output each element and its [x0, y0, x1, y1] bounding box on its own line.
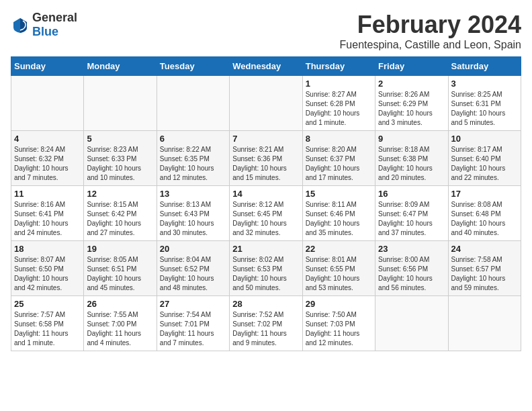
calendar-cell: 9Sunrise: 8:18 AM Sunset: 6:38 PM Daylig…: [375, 131, 448, 186]
day-detail: Sunrise: 8:25 AM Sunset: 6:31 PM Dayligh…: [451, 90, 518, 128]
header-day-wednesday: Wednesday: [230, 57, 302, 76]
logo-icon: [11, 15, 30, 34]
calendar-week-row: 18Sunrise: 8:07 AM Sunset: 6:50 PM Dayli…: [11, 241, 521, 296]
day-detail: Sunrise: 8:18 AM Sunset: 6:38 PM Dayligh…: [378, 145, 445, 183]
day-number: 1: [306, 79, 372, 89]
day-detail: Sunrise: 8:17 AM Sunset: 6:40 PM Dayligh…: [451, 145, 518, 183]
calendar-cell: 22Sunrise: 8:01 AM Sunset: 6:55 PM Dayli…: [302, 241, 375, 296]
calendar-cell: [230, 76, 302, 131]
calendar-cell: [448, 296, 521, 351]
calendar-cell: 14Sunrise: 8:12 AM Sunset: 6:45 PM Dayli…: [230, 186, 302, 241]
calendar-cell: 23Sunrise: 8:00 AM Sunset: 6:56 PM Dayli…: [375, 241, 448, 296]
day-detail: Sunrise: 8:11 AM Sunset: 6:46 PM Dayligh…: [306, 200, 372, 238]
day-detail: Sunrise: 7:58 AM Sunset: 6:57 PM Dayligh…: [451, 255, 518, 293]
day-number: 8: [306, 134, 372, 144]
day-detail: Sunrise: 8:24 AM Sunset: 6:32 PM Dayligh…: [14, 145, 81, 183]
header-day-thursday: Thursday: [302, 57, 375, 76]
day-detail: Sunrise: 8:23 AM Sunset: 6:33 PM Dayligh…: [87, 145, 153, 183]
day-number: 10: [451, 134, 518, 144]
calendar-cell: 15Sunrise: 8:11 AM Sunset: 6:46 PM Dayli…: [302, 186, 375, 241]
day-detail: Sunrise: 8:20 AM Sunset: 6:37 PM Dayligh…: [306, 145, 372, 183]
day-detail: Sunrise: 7:50 AM Sunset: 7:03 PM Dayligh…: [306, 310, 372, 348]
day-number: 19: [87, 244, 153, 254]
calendar-cell: 7Sunrise: 8:21 AM Sunset: 6:36 PM Daylig…: [230, 131, 302, 186]
calendar-cell: 2Sunrise: 8:26 AM Sunset: 6:29 PM Daylig…: [375, 76, 448, 131]
day-number: 29: [306, 299, 372, 309]
day-detail: Sunrise: 8:07 AM Sunset: 6:50 PM Dayligh…: [14, 255, 81, 293]
calendar-cell: 16Sunrise: 8:09 AM Sunset: 6:47 PM Dayli…: [375, 186, 448, 241]
day-number: 7: [232, 134, 299, 144]
day-detail: Sunrise: 8:13 AM Sunset: 6:43 PM Dayligh…: [160, 200, 226, 238]
calendar-cell: [375, 296, 448, 351]
day-detail: Sunrise: 8:08 AM Sunset: 6:48 PM Dayligh…: [451, 200, 518, 238]
day-number: 26: [87, 299, 153, 309]
calendar-cell: 6Sunrise: 8:22 AM Sunset: 6:35 PM Daylig…: [157, 131, 229, 186]
page-header: General Blue February 2024 Fuentespina, …: [11, 11, 521, 51]
day-number: 21: [232, 244, 299, 254]
calendar-title: February 2024: [340, 11, 521, 39]
day-number: 18: [14, 244, 81, 254]
calendar-cell: [11, 76, 84, 131]
calendar-cell: 4Sunrise: 8:24 AM Sunset: 6:32 PM Daylig…: [11, 131, 84, 186]
day-number: 12: [87, 189, 153, 199]
day-detail: Sunrise: 8:12 AM Sunset: 6:45 PM Dayligh…: [232, 200, 299, 238]
calendar-cell: 18Sunrise: 8:07 AM Sunset: 6:50 PM Dayli…: [11, 241, 84, 296]
day-number: 23: [378, 244, 445, 254]
calendar-cell: [84, 76, 157, 131]
day-number: 4: [14, 134, 81, 144]
day-number: 5: [87, 134, 153, 144]
day-number: 28: [232, 299, 299, 309]
calendar-cell: 28Sunrise: 7:52 AM Sunset: 7:02 PM Dayli…: [230, 296, 302, 351]
header-day-friday: Friday: [375, 57, 448, 76]
day-number: 17: [451, 189, 518, 199]
day-detail: Sunrise: 8:09 AM Sunset: 6:47 PM Dayligh…: [378, 200, 445, 238]
calendar-cell: 27Sunrise: 7:54 AM Sunset: 7:01 PM Dayli…: [157, 296, 229, 351]
header-day-tuesday: Tuesday: [157, 57, 229, 76]
calendar-cell: 20Sunrise: 8:04 AM Sunset: 6:52 PM Dayli…: [157, 241, 229, 296]
day-number: 24: [451, 244, 518, 254]
day-detail: Sunrise: 7:57 AM Sunset: 6:58 PM Dayligh…: [14, 310, 81, 348]
header-day-monday: Monday: [84, 57, 157, 76]
calendar-cell: 3Sunrise: 8:25 AM Sunset: 6:31 PM Daylig…: [448, 76, 521, 131]
day-detail: Sunrise: 8:15 AM Sunset: 6:42 PM Dayligh…: [87, 200, 153, 238]
day-detail: Sunrise: 8:26 AM Sunset: 6:29 PM Dayligh…: [378, 90, 445, 128]
calendar-cell: [157, 76, 229, 131]
logo-text: General Blue: [32, 11, 77, 39]
day-detail: Sunrise: 8:16 AM Sunset: 6:41 PM Dayligh…: [14, 200, 81, 238]
day-detail: Sunrise: 8:00 AM Sunset: 6:56 PM Dayligh…: [378, 255, 445, 293]
calendar-cell: 1Sunrise: 8:27 AM Sunset: 6:28 PM Daylig…: [302, 76, 375, 131]
day-number: 2: [378, 79, 445, 89]
day-number: 6: [160, 134, 226, 144]
calendar-cell: 5Sunrise: 8:23 AM Sunset: 6:33 PM Daylig…: [84, 131, 157, 186]
day-detail: Sunrise: 7:55 AM Sunset: 7:00 PM Dayligh…: [87, 310, 153, 348]
day-detail: Sunrise: 8:27 AM Sunset: 6:28 PM Dayligh…: [306, 90, 372, 128]
day-detail: Sunrise: 8:21 AM Sunset: 6:36 PM Dayligh…: [232, 145, 299, 183]
calendar-cell: 17Sunrise: 8:08 AM Sunset: 6:48 PM Dayli…: [448, 186, 521, 241]
calendar-cell: 10Sunrise: 8:17 AM Sunset: 6:40 PM Dayli…: [448, 131, 521, 186]
calendar-title-section: February 2024 Fuentespina, Castille and …: [340, 11, 521, 51]
calendar-cell: 29Sunrise: 7:50 AM Sunset: 7:03 PM Dayli…: [302, 296, 375, 351]
day-detail: Sunrise: 8:22 AM Sunset: 6:35 PM Dayligh…: [160, 145, 226, 183]
day-number: 20: [160, 244, 226, 254]
calendar-cell: 8Sunrise: 8:20 AM Sunset: 6:37 PM Daylig…: [302, 131, 375, 186]
day-number: 14: [232, 189, 299, 199]
calendar-cell: 11Sunrise: 8:16 AM Sunset: 6:41 PM Dayli…: [11, 186, 84, 241]
day-detail: Sunrise: 8:02 AM Sunset: 6:53 PM Dayligh…: [232, 255, 299, 293]
day-number: 9: [378, 134, 445, 144]
day-number: 15: [306, 189, 372, 199]
calendar-table: SundayMondayTuesdayWednesdayThursdayFrid…: [11, 56, 521, 351]
day-detail: Sunrise: 8:05 AM Sunset: 6:51 PM Dayligh…: [87, 255, 153, 293]
day-detail: Sunrise: 8:04 AM Sunset: 6:52 PM Dayligh…: [160, 255, 226, 293]
calendar-week-row: 25Sunrise: 7:57 AM Sunset: 6:58 PM Dayli…: [11, 296, 521, 351]
calendar-cell: 21Sunrise: 8:02 AM Sunset: 6:53 PM Dayli…: [230, 241, 302, 296]
header-day-saturday: Saturday: [448, 57, 521, 76]
calendar-week-row: 1Sunrise: 8:27 AM Sunset: 6:28 PM Daylig…: [11, 76, 521, 131]
day-detail: Sunrise: 7:54 AM Sunset: 7:01 PM Dayligh…: [160, 310, 226, 348]
day-number: 13: [160, 189, 226, 199]
day-number: 25: [14, 299, 81, 309]
calendar-cell: 19Sunrise: 8:05 AM Sunset: 6:51 PM Dayli…: [84, 241, 157, 296]
day-detail: Sunrise: 7:52 AM Sunset: 7:02 PM Dayligh…: [232, 310, 299, 348]
day-number: 27: [160, 299, 226, 309]
calendar-header-row: SundayMondayTuesdayWednesdayThursdayFrid…: [11, 57, 521, 76]
calendar-cell: 24Sunrise: 7:58 AM Sunset: 6:57 PM Dayli…: [448, 241, 521, 296]
